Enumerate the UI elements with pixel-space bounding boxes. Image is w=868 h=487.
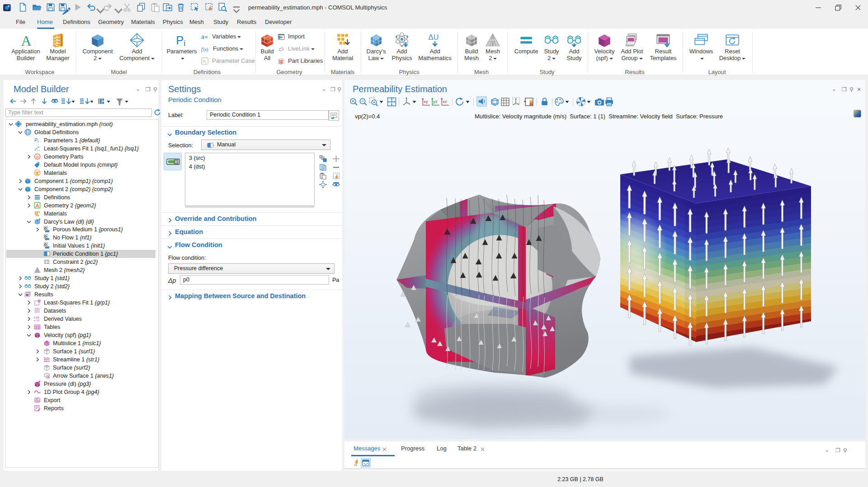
svg-text:U: U — [434, 33, 439, 41]
svg-text:i: i — [184, 39, 185, 48]
svg-text:P: P — [176, 34, 184, 47]
svg-text:A: A — [21, 33, 31, 48]
svg-text:Δ: Δ — [428, 33, 433, 42]
